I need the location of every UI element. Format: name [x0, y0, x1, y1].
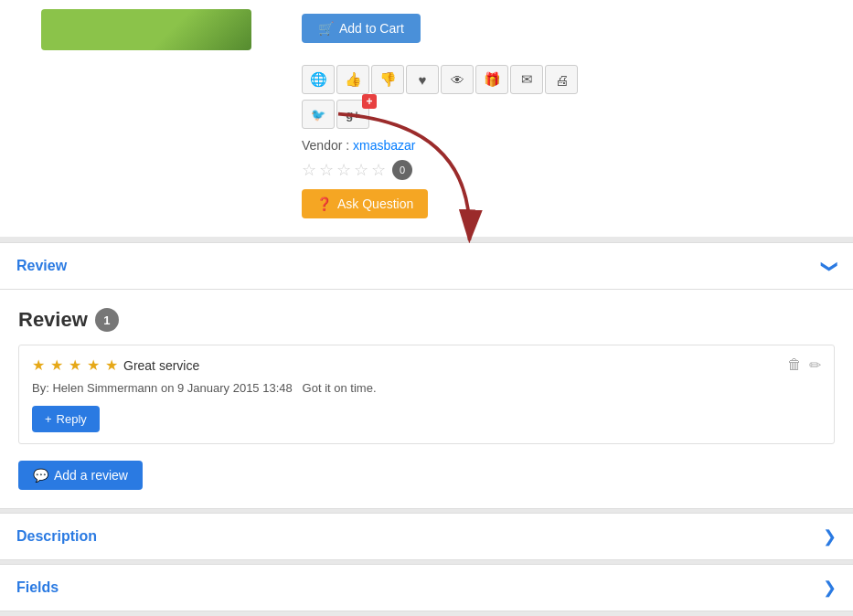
star-2[interactable]: ☆ [319, 160, 334, 180]
review-section-title: Review [16, 258, 67, 274]
comment-icon: 💬 [33, 468, 48, 483]
review-item: ★ ★ ★ ★ ★ Great service 🗑 ✏ By: Helen Si… [18, 345, 835, 444]
review-meta: By: Helen Simmermann on 9 January 2015 1… [32, 381, 821, 395]
star-4[interactable]: ☆ [354, 160, 368, 180]
reply-button[interactable]: + Reply [32, 406, 100, 432]
question-icon: ❓ [316, 196, 332, 211]
vendor-link[interactable]: xmasbazar [353, 138, 415, 153]
rev-star-5: ★ [105, 356, 118, 374]
print-button[interactable]: 🖨 [545, 65, 578, 94]
heart-button[interactable]: ♥ [406, 65, 439, 94]
star-rating: ☆ ☆ ☆ ☆ ☆ 0 [302, 160, 835, 180]
review-content-area: Review 1 ★ ★ ★ ★ ★ Great service 🗑 ✏ [0, 290, 853, 509]
twitter-button[interactable]: 🐦 [302, 100, 335, 129]
ask-question-button[interactable]: ❓ Ask Question [302, 189, 428, 218]
product-image-area [0, 9, 293, 228]
cart-icon: 🛒 [318, 21, 334, 36]
vendor-line: Vendor : xmasbazar [302, 138, 835, 153]
social-icons-row: 🐦 g+ + [302, 100, 835, 129]
email-button[interactable]: ✉ [510, 65, 543, 94]
description-section-header[interactable]: Description ❯ [0, 513, 853, 560]
review-title-text: Great service [123, 358, 199, 373]
review-author: By: Helen Simmermann [32, 381, 157, 395]
rating-count-badge: 0 [392, 160, 412, 180]
review-comment-text: Got it on time. [303, 381, 377, 395]
add-to-cart-button[interactable]: 🛒 Add to Cart [302, 14, 421, 43]
reply-label: Reply [57, 412, 87, 426]
eye-button[interactable]: 👁 [441, 65, 474, 94]
review-top-row: ★ ★ ★ ★ ★ Great service 🗑 ✏ [32, 356, 821, 374]
rev-star-1: ★ [32, 356, 45, 374]
globe-button[interactable]: 🌐 [302, 65, 335, 94]
edit-review-icon[interactable]: ✏ [809, 356, 821, 374]
fields-chevron-icon: ❯ [823, 578, 837, 598]
description-chevron-icon: ❯ [823, 526, 837, 547]
star-1[interactable]: ☆ [302, 160, 316, 180]
rev-star-4: ★ [87, 356, 100, 374]
review-heading-label: Review [18, 308, 88, 332]
review-stars-title: ★ ★ ★ ★ ★ Great service [32, 356, 199, 374]
fields-section-header[interactable]: Fields ❯ [0, 564, 853, 611]
rev-star-2: ★ [50, 356, 63, 374]
page-wrapper: 🛒 Add to Cart 🌐 👍 👎 ♥ 👁 🎁 ✉ 🖨 🐦 g+ [0, 0, 853, 616]
star-5[interactable]: ☆ [371, 160, 386, 180]
review-section-header[interactable]: Review ❯ [0, 242, 853, 290]
top-section: 🛒 Add to Cart 🌐 👍 👎 ♥ 👁 🎁 ✉ 🖨 🐦 g+ [0, 0, 853, 237]
description-section-title: Description [16, 528, 97, 545]
review-heading: Review 1 [18, 308, 835, 332]
plus-reply-icon: + [45, 412, 52, 426]
vendor-prefix-label: Vendor : [302, 138, 349, 153]
add-to-cart-label: Add to Cart [339, 21, 404, 36]
review-date: on 9 January 2015 13:48 [161, 381, 293, 395]
rev-star-3: ★ [69, 356, 81, 374]
fields-section-title: Fields [16, 579, 59, 596]
plus-badge: + [362, 94, 377, 109]
product-thumbnail [41, 9, 251, 50]
thumbsdown-button[interactable]: 👎 [371, 65, 404, 94]
review-section-wrapper: Review ❯ [0, 237, 853, 290]
thumbsup-button[interactable]: 👍 [336, 65, 369, 94]
action-icons-row: 🌐 👍 👎 ♥ 👁 🎁 ✉ 🖨 [302, 65, 835, 94]
review-total-count: 1 [95, 308, 119, 332]
product-details: 🛒 Add to Cart 🌐 👍 👎 ♥ 👁 🎁 ✉ 🖨 🐦 g+ [293, 9, 853, 228]
ask-question-label: Ask Question [337, 196, 413, 211]
gift-button[interactable]: 🎁 [475, 65, 508, 94]
review-action-icons: 🗑 ✏ [787, 356, 821, 374]
delete-review-icon[interactable]: 🗑 [787, 356, 802, 374]
review-chevron-icon: ❯ [820, 260, 840, 273]
star-3[interactable]: ☆ [336, 160, 351, 180]
add-review-label: Add a review [54, 468, 128, 483]
add-review-button[interactable]: 💬 Add a review [18, 461, 143, 490]
